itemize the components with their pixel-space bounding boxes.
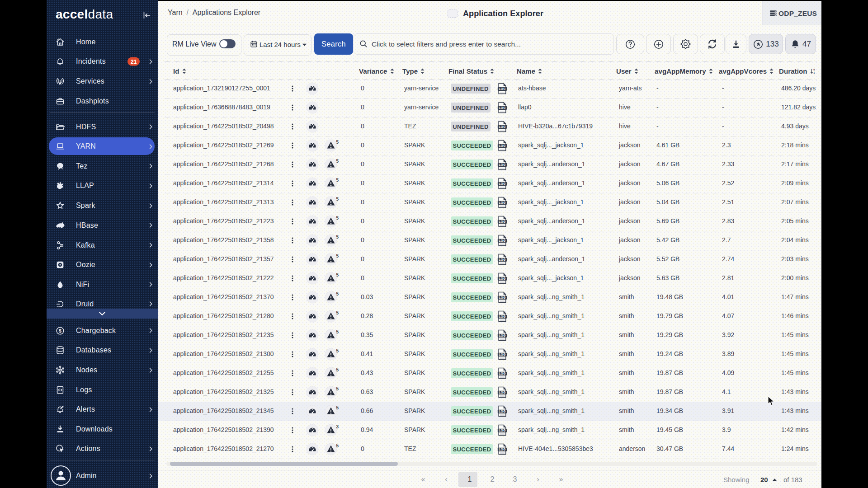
svg-text:5: 5: [336, 443, 339, 448]
svg-text:$: $: [59, 328, 61, 333]
svg-text:5: 5: [336, 235, 339, 239]
svg-text:5: 5: [336, 291, 339, 296]
svg-text:LOG: LOG: [499, 334, 505, 337]
svg-text:LOG: LOG: [499, 429, 505, 432]
svg-text:LOG: LOG: [499, 258, 505, 261]
svg-text:3: 3: [336, 424, 339, 429]
svg-text:LOG: LOG: [499, 296, 505, 299]
svg-text:5: 5: [336, 405, 339, 410]
svg-text:5: 5: [336, 197, 339, 202]
svg-text:LOG: LOG: [499, 106, 505, 109]
svg-text:LOG: LOG: [499, 448, 505, 451]
svg-text:LOG: LOG: [499, 353, 505, 356]
svg-text:5: 5: [336, 386, 339, 391]
svg-text:LOG: LOG: [499, 239, 505, 242]
svg-text:5: 5: [336, 216, 339, 221]
svg-text:5: 5: [336, 329, 339, 334]
svg-text:LOG: LOG: [499, 410, 505, 413]
svg-text:LOG: LOG: [499, 125, 505, 128]
svg-text:5: 5: [336, 272, 339, 277]
svg-text:5: 5: [336, 310, 339, 315]
svg-text:LOG: LOG: [499, 182, 505, 185]
svg-text:1: 1: [814, 71, 815, 74]
svg-text:LOG: LOG: [499, 277, 505, 280]
svg-text:5: 5: [336, 367, 339, 372]
svg-text:LOG: LOG: [499, 163, 505, 166]
svg-text:5: 5: [336, 140, 339, 145]
svg-text:5: 5: [336, 348, 339, 353]
svg-text:LOG: LOG: [499, 315, 505, 318]
svg-text:LOG: LOG: [499, 201, 505, 204]
svg-text:LOG: LOG: [499, 372, 505, 375]
svg-text:LOG: LOG: [499, 391, 505, 394]
svg-text:9: 9: [814, 68, 815, 71]
svg-text:5: 5: [336, 253, 339, 258]
svg-text:LOG: LOG: [499, 144, 505, 147]
svg-text:5: 5: [336, 159, 339, 164]
svg-text:LOG: LOG: [499, 87, 505, 90]
svg-text:LOG: LOG: [499, 220, 505, 223]
svg-text:5: 5: [336, 178, 339, 183]
